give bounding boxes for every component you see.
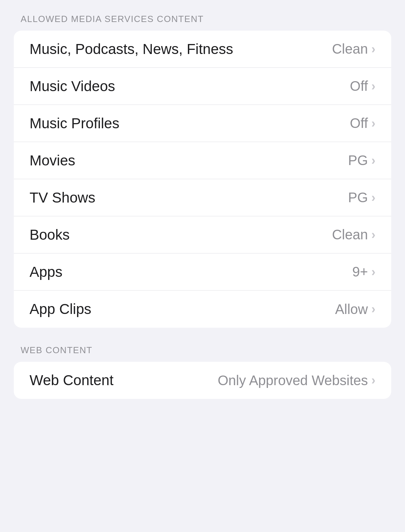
chevron-right-icon: ›	[371, 154, 375, 167]
row-value-0-4: PG	[348, 190, 368, 205]
chevron-right-icon: ›	[371, 374, 375, 387]
row-right-0-0: Clean›	[332, 41, 375, 57]
chevron-right-icon: ›	[371, 303, 375, 315]
row-value-1-0: Only Approved Websites	[218, 373, 368, 388]
row-right-0-2: Off›	[350, 116, 375, 131]
section-card-1: Web ContentOnly Approved Websites›	[14, 362, 391, 399]
row-value-0-1: Off	[350, 78, 368, 94]
row-label-0-2: Music Profiles	[30, 115, 119, 132]
row-0-7[interactable]: App ClipsAllow›	[14, 291, 391, 328]
chevron-right-icon: ›	[371, 80, 375, 93]
section-header-1: WEB CONTENT	[0, 345, 405, 362]
row-label-0-3: Movies	[30, 152, 75, 169]
row-right-1-0: Only Approved Websites›	[218, 373, 375, 388]
row-0-2[interactable]: Music ProfilesOff›	[14, 105, 391, 142]
chevron-right-icon: ›	[371, 266, 375, 278]
row-value-0-6: 9+	[352, 264, 368, 280]
row-label-0-6: Apps	[30, 264, 63, 280]
row-value-0-7: Allow	[335, 302, 368, 317]
row-value-0-5: Clean	[332, 227, 368, 242]
row-1-0[interactable]: Web ContentOnly Approved Websites›	[14, 362, 391, 399]
section-1: WEB CONTENTWeb ContentOnly Approved Webs…	[0, 345, 405, 399]
row-label-0-0: Music, Podcasts, News, Fitness	[30, 41, 233, 57]
chevron-right-icon: ›	[371, 43, 375, 55]
row-right-0-7: Allow›	[335, 302, 375, 317]
section-header-0: ALLOWED MEDIA SERVICES CONTENT	[0, 14, 405, 31]
row-0-6[interactable]: Apps9+›	[14, 253, 391, 291]
row-right-0-6: 9+›	[352, 264, 375, 280]
row-0-4[interactable]: TV ShowsPG›	[14, 179, 391, 216]
chevron-right-icon: ›	[371, 117, 375, 130]
row-value-0-2: Off	[350, 116, 368, 131]
row-0-0[interactable]: Music, Podcasts, News, FitnessClean›	[14, 31, 391, 68]
row-value-0-0: Clean	[332, 41, 368, 57]
row-label-0-1: Music Videos	[30, 78, 115, 95]
section-card-0: Music, Podcasts, News, FitnessClean›Musi…	[14, 31, 391, 328]
row-right-0-1: Off›	[350, 78, 375, 94]
section-0: ALLOWED MEDIA SERVICES CONTENTMusic, Pod…	[0, 14, 405, 328]
row-right-0-4: PG›	[348, 190, 375, 205]
chevron-right-icon: ›	[371, 192, 375, 204]
page-container: ALLOWED MEDIA SERVICES CONTENTMusic, Pod…	[0, 14, 405, 399]
row-0-1[interactable]: Music VideosOff›	[14, 68, 391, 105]
row-value-0-3: PG	[348, 153, 368, 168]
row-0-3[interactable]: MoviesPG›	[14, 142, 391, 179]
row-label-1-0: Web Content	[30, 372, 113, 389]
row-0-5[interactable]: BooksClean›	[14, 216, 391, 253]
row-right-0-5: Clean›	[332, 227, 375, 242]
row-label-0-7: App Clips	[30, 301, 91, 317]
chevron-right-icon: ›	[371, 229, 375, 241]
row-label-0-4: TV Shows	[30, 189, 95, 206]
row-label-0-5: Books	[30, 227, 70, 243]
row-right-0-3: PG›	[348, 153, 375, 168]
